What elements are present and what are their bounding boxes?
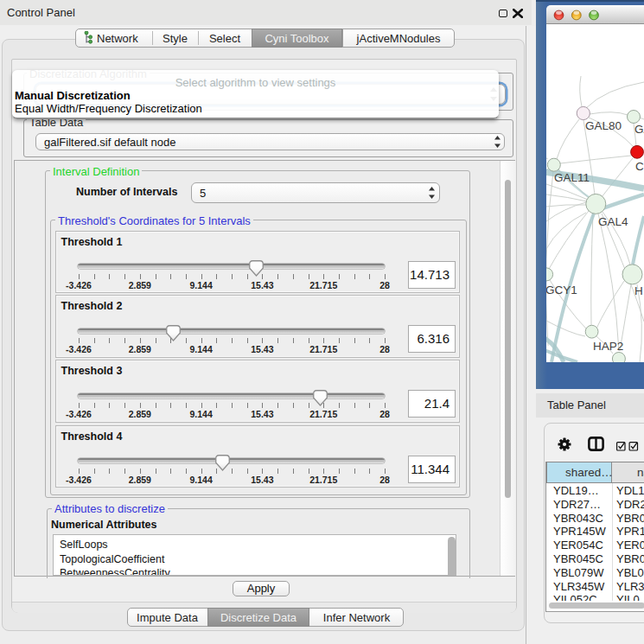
svg-text:GAL11: GAL11 (554, 171, 590, 184)
svg-text:GA: GA (634, 123, 644, 136)
svg-text:C: C (635, 160, 644, 173)
svg-text:GCY1: GCY1 (546, 284, 577, 296)
svg-text:HAP2: HAP2 (593, 340, 623, 353)
svg-text:H: H (634, 284, 643, 297)
svg-text:GAL80: GAL80 (585, 119, 622, 132)
svg-text:GAL4: GAL4 (598, 215, 628, 228)
